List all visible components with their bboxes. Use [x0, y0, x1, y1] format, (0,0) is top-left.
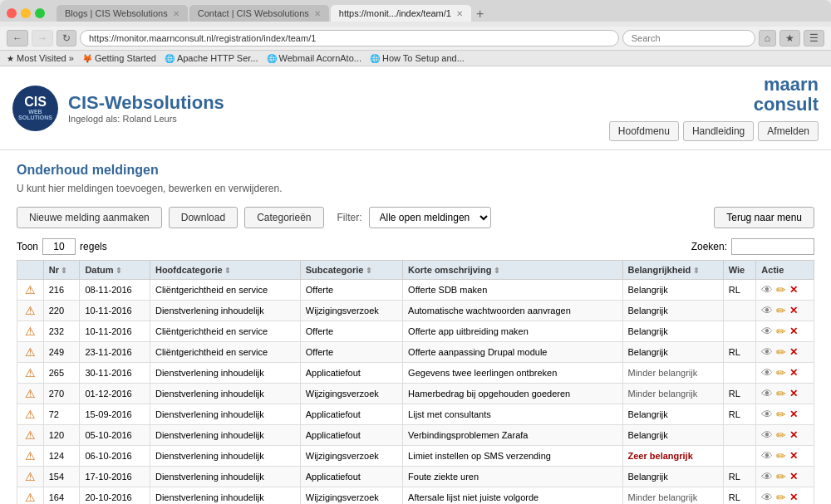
edit-icon[interactable]: ✏ — [776, 304, 786, 317]
hoofd-cell: Dienstverlening inhoudelijk — [150, 425, 300, 446]
home-button[interactable]: ⌂ — [759, 30, 776, 46]
bookmark-getting-started[interactable]: 🦊 Getting Started — [82, 53, 156, 63]
edit-icon[interactable]: ✏ — [776, 325, 786, 338]
delete-icon[interactable]: ✕ — [789, 325, 798, 337]
edit-icon[interactable]: ✏ — [776, 428, 786, 442]
bookmark-apache[interactable]: 🌐 Apache HTTP Ser... — [165, 53, 258, 63]
bookmarks-bar: ★ Most Visited » 🦊 Getting Started 🌐 Apa… — [0, 51, 831, 66]
col-belang[interactable]: Belangrijkheid — [622, 261, 723, 280]
delete-icon[interactable]: ✕ — [789, 492, 798, 503]
edit-icon[interactable]: ✏ — [776, 366, 786, 379]
delete-icon[interactable]: ✕ — [789, 367, 798, 379]
maximize-button[interactable] — [35, 8, 45, 18]
col-sub[interactable]: Subcategorie — [300, 261, 402, 280]
edit-icon[interactable]: ✏ — [776, 283, 786, 296]
close-button[interactable] — [7, 8, 17, 18]
edit-icon[interactable]: ✏ — [776, 470, 786, 483]
tab-2[interactable]: Contact | CIS Websolutions ✕ — [189, 5, 329, 22]
delete-icon[interactable]: ✕ — [789, 409, 798, 420]
view-icon[interactable]: 👁 — [761, 304, 773, 317]
wie-cell — [723, 321, 756, 342]
view-icon[interactable]: 👁 — [761, 283, 773, 296]
bookmark-apache-label: Apache HTTP Ser... — [177, 53, 258, 63]
tab-bar: Blogs | CIS Websolutions ✕ Contact | CIS… — [57, 5, 487, 22]
belang-cell: Belangrijk — [622, 301, 723, 321]
bookmark-howto[interactable]: 🌐 How To Setup and... — [370, 53, 465, 63]
view-icon[interactable]: 👁 — [761, 325, 773, 338]
view-icon[interactable]: 👁 — [761, 345, 773, 359]
delete-icon[interactable]: ✕ — [789, 346, 798, 358]
edit-icon[interactable]: ✏ — [776, 449, 786, 462]
edit-icon[interactable]: ✏ — [776, 408, 786, 421]
sub-cell: Applicatiefout — [300, 467, 402, 487]
actie-cell: 👁 ✏ ✕ — [756, 467, 814, 487]
new-melding-button[interactable]: Nieuwe melding aanmaken — [17, 207, 162, 228]
col-warn — [17, 261, 44, 280]
view-icon[interactable]: 👁 — [761, 408, 773, 421]
edit-icon[interactable]: ✏ — [776, 345, 786, 359]
table-controls: Toon regels Zoeken: — [17, 238, 814, 255]
wie-cell: RL — [723, 342, 756, 363]
hoofdmenu-button[interactable]: Hoofdmenu — [609, 121, 679, 141]
view-icon[interactable]: 👁 — [761, 387, 773, 400]
actie-cell: 👁 ✏ ✕ — [756, 363, 814, 384]
handleiding-button[interactable]: Handleiding — [683, 121, 754, 141]
search-input[interactable] — [622, 30, 755, 46]
delete-icon[interactable]: ✕ — [789, 305, 798, 316]
minimize-button[interactable] — [21, 8, 31, 18]
filter-select[interactable]: Alle open meldingen — [369, 207, 491, 228]
view-icon[interactable]: 👁 — [761, 470, 773, 483]
wie-cell: RL — [723, 280, 756, 301]
tab-2-close[interactable]: ✕ — [314, 9, 321, 18]
edit-icon[interactable]: ✏ — [776, 387, 786, 400]
zoek-input[interactable] — [731, 238, 814, 255]
reload-button[interactable]: ↻ — [57, 30, 76, 46]
titlebar: Blogs | CIS Websolutions ✕ Contact | CIS… — [7, 5, 824, 22]
forward-button[interactable]: → — [32, 30, 53, 46]
col-omschrijving[interactable]: Korte omschrijving — [403, 261, 622, 280]
terug-menu-button[interactable]: Terug naar menu — [714, 207, 814, 228]
view-icon[interactable]: 👁 — [761, 491, 773, 504]
tab-1[interactable]: Blogs | CIS Websolutions ✕ — [57, 5, 188, 22]
hoofd-cell: Dienstverlening inhoudelijk — [150, 363, 300, 384]
nr-cell: 249 — [43, 342, 80, 363]
tab-1-close[interactable]: ✕ — [173, 9, 179, 18]
nr-cell: 124 — [43, 446, 80, 467]
table-row: ⚠ 249 23-11-2016 Cliëntgerichtheid en se… — [17, 342, 814, 363]
afmelden-button[interactable]: Afmelden — [758, 121, 819, 141]
delete-icon[interactable]: ✕ — [789, 429, 798, 441]
bookmark-webmail[interactable]: 🌐 Webmail AcornAto... — [267, 53, 361, 63]
new-tab-button[interactable]: + — [473, 7, 487, 22]
toon-input[interactable] — [42, 238, 76, 255]
bookmark-most-visited-label: Most Visited » — [17, 53, 74, 63]
back-button[interactable]: ← — [7, 30, 28, 46]
view-icon[interactable]: 👁 — [761, 428, 773, 442]
tab-3[interactable]: https://monit.../index/team/1 ✕ — [331, 5, 471, 22]
datum-cell: 30-11-2016 — [80, 363, 150, 384]
col-hoofd[interactable]: Hoofdcategorie — [150, 261, 300, 280]
categories-button[interactable]: Categorieën — [244, 207, 323, 228]
delete-icon[interactable]: ✕ — [789, 388, 798, 399]
traffic-lights — [7, 8, 45, 18]
col-nr[interactable]: Nr — [43, 261, 80, 280]
download-button[interactable]: Download — [169, 207, 238, 228]
menu-button[interactable]: ☰ — [804, 30, 824, 46]
view-icon[interactable]: 👁 — [761, 449, 773, 462]
address-bar[interactable]: https://monitor.maarnconsult.nl/registra… — [80, 30, 619, 46]
omschrijving-cell: Aftersale lijst niet juiste volgorde — [403, 487, 622, 504]
table-row: ⚠ 72 15-09-2016 Dienstverlening inhoudel… — [17, 404, 814, 425]
delete-icon[interactable]: ✕ — [789, 471, 798, 482]
bookmark-getting-started-label: Getting Started — [95, 53, 156, 63]
warning-icon: ⚠ — [25, 325, 36, 338]
tab-3-close[interactable]: ✕ — [456, 9, 463, 18]
bookmarks-button[interactable]: ★ — [779, 30, 800, 46]
delete-icon[interactable]: ✕ — [789, 284, 798, 296]
bookmark-most-visited[interactable]: ★ Most Visited » — [7, 53, 74, 63]
datum-cell: 01-12-2016 — [80, 384, 150, 404]
delete-icon[interactable]: ✕ — [789, 450, 798, 462]
col-datum[interactable]: Datum — [80, 261, 150, 280]
action-bar: Nieuwe melding aanmaken Download Categor… — [17, 207, 814, 228]
view-icon[interactable]: 👁 — [761, 366, 773, 379]
edit-icon[interactable]: ✏ — [776, 491, 786, 504]
warn-cell: ⚠ — [17, 487, 44, 504]
